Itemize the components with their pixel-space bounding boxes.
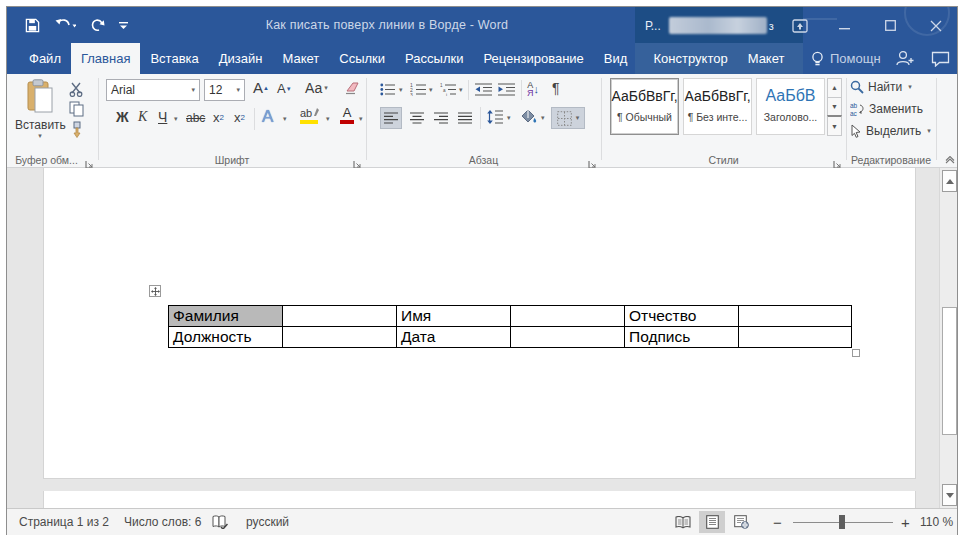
find-button[interactable]: Найти▾ <box>850 80 912 94</box>
text-effects-button[interactable]: А <box>262 107 273 127</box>
table-cell-date[interactable]: Дата <box>397 327 511 348</box>
borders-button[interactable]: ▾ <box>551 107 585 129</box>
table-cell-surname[interactable]: Фамилия <box>169 306 283 327</box>
zoom-in-button[interactable]: + <box>901 509 910 535</box>
replace-button[interactable]: abac Заменить <box>850 102 923 116</box>
align-right-button[interactable] <box>430 107 452 129</box>
read-mode-button[interactable] <box>670 511 696 533</box>
table-cell-empty[interactable] <box>511 306 625 327</box>
table-move-handle[interactable] <box>149 285 161 297</box>
tab-file[interactable]: Файл <box>19 43 71 74</box>
align-center-button[interactable] <box>406 107 428 129</box>
shrink-font-button[interactable]: А▼ <box>277 81 292 96</box>
redo-icon[interactable] <box>90 18 105 32</box>
zoom-out-button[interactable]: − <box>773 509 782 535</box>
share-person-icon[interactable] <box>895 49 915 71</box>
subscript-button[interactable]: х2 <box>213 110 224 125</box>
word-count[interactable]: Число слов: 6 <box>124 509 201 535</box>
show-marks-button[interactable]: ¶ <box>552 80 560 96</box>
tab-references[interactable]: Ссылки <box>329 43 395 74</box>
collapse-ribbon-button[interactable] <box>945 150 955 168</box>
tell-me-label[interactable]: Помощн <box>830 51 881 66</box>
scrollbar-thumb[interactable] <box>942 307 957 435</box>
zoom-slider-thumb[interactable] <box>839 515 845 529</box>
scrollbar-up-button[interactable] <box>942 170 957 192</box>
zoom-slider[interactable] <box>793 509 893 535</box>
table-cell-empty[interactable] <box>283 327 397 348</box>
underline-dropdown-arrow[interactable]: ▾ <box>174 115 178 123</box>
style-card-heading1[interactable]: АаБбВ Заголово... <box>756 78 825 135</box>
select-button[interactable]: Выделить▾ <box>850 124 931 138</box>
tab-review[interactable]: Рецензирование <box>473 43 593 74</box>
bullets-dropdown-arrow[interactable]: ▾ <box>399 86 403 94</box>
save-icon[interactable] <box>25 18 40 33</box>
line-spacing-button[interactable] <box>487 110 503 128</box>
minimize-button[interactable] <box>825 7 863 44</box>
multilevel-dropdown-arrow[interactable]: ▾ <box>459 86 463 94</box>
table-cell-empty[interactable] <box>739 306 852 327</box>
scrollbar-down-button[interactable] <box>942 484 957 506</box>
paragraph-dialog-launcher[interactable] <box>588 155 598 165</box>
text-effects-dropdown-arrow[interactable]: ▾ <box>283 115 287 123</box>
proofing-icon[interactable] <box>212 509 228 535</box>
tab-mailings[interactable]: Рассылки <box>395 43 473 74</box>
tab-design[interactable]: Дизайн <box>209 43 273 74</box>
font-size-combo[interactable]: 12▾ <box>204 79 245 101</box>
tab-home[interactable]: Главная <box>71 43 140 74</box>
justify-button[interactable] <box>454 107 476 129</box>
format-painter-button[interactable] <box>69 121 85 142</box>
highlight-dropdown-arrow[interactable]: ▾ <box>326 115 330 123</box>
tab-view[interactable]: Вид <box>594 43 638 74</box>
zoom-level[interactable]: 110 % <box>920 509 953 535</box>
decrease-indent-button[interactable] <box>475 82 492 100</box>
superscript-button[interactable]: х2 <box>234 110 245 125</box>
web-layout-button[interactable] <box>728 511 754 533</box>
increase-indent-button[interactable] <box>498 82 515 100</box>
table-cell-signature[interactable]: Подпись <box>625 327 739 348</box>
style-card-normal[interactable]: АаБбВвГг, ¶ Обычный <box>610 78 679 135</box>
ribbon-display-options-button[interactable] <box>783 7 817 44</box>
sort-button[interactable]: АЯ↓ <box>527 81 539 97</box>
italic-button[interactable]: К <box>138 109 147 125</box>
tab-table-design[interactable]: Конструктор <box>644 43 738 74</box>
styles-scroll-down-button[interactable]: ▼ <box>827 97 842 117</box>
underline-button[interactable]: Ч <box>158 109 167 125</box>
print-layout-button[interactable] <box>699 511 725 533</box>
multilevel-list-button[interactable]: 1ai <box>440 82 456 100</box>
qat-customize-icon[interactable] <box>119 21 128 30</box>
table-cell-empty[interactable] <box>739 327 852 348</box>
font-dialog-launcher[interactable] <box>353 155 363 165</box>
page-indicator[interactable]: Страница 1 из 2 <box>19 509 109 535</box>
shading-button[interactable] <box>519 109 537 129</box>
tab-layout[interactable]: Макет <box>272 43 329 74</box>
strikethrough-button[interactable]: abc <box>186 111 205 125</box>
change-case-button[interactable]: Аа▾ <box>305 80 328 96</box>
comment-icon[interactable] <box>931 51 950 71</box>
clear-formatting-button[interactable] <box>345 80 362 99</box>
paste-button[interactable]: Вставить ▾ <box>15 79 65 140</box>
maximize-button[interactable] <box>871 7 909 44</box>
language-indicator[interactable]: русский <box>246 509 289 535</box>
table-cell-empty[interactable] <box>511 327 625 348</box>
numbering-button[interactable]: 123 <box>410 82 426 100</box>
style-card-no-spacing[interactable]: АаБбВвГг, ¶ Без инте... <box>683 78 752 135</box>
tab-table-layout[interactable]: Макет <box>738 43 795 74</box>
undo-icon[interactable] <box>54 18 76 32</box>
table-cell-firstname[interactable]: Имя <box>397 306 511 327</box>
bold-button[interactable]: Ж <box>116 109 129 125</box>
table-resize-handle[interactable] <box>852 349 860 357</box>
copy-button[interactable] <box>69 101 85 121</box>
styles-more-button[interactable]: ▼ <box>827 115 842 136</box>
shading-dropdown-arrow[interactable]: ▾ <box>541 114 545 122</box>
table-cell-position[interactable]: Должность <box>169 327 283 348</box>
font-name-combo[interactable]: Arial▾ <box>106 79 200 101</box>
tab-insert[interactable]: Вставка <box>140 43 208 74</box>
font-color-dropdown-arrow[interactable]: ▾ <box>359 115 363 123</box>
document-page-2-top[interactable] <box>43 491 916 508</box>
line-spacing-dropdown-arrow[interactable]: ▾ <box>507 114 511 122</box>
grow-font-button[interactable]: А▲ <box>253 79 269 96</box>
styles-scroll-up-button[interactable]: ▲ <box>827 78 842 98</box>
numbering-dropdown-arrow[interactable]: ▾ <box>429 86 433 94</box>
align-left-button[interactable] <box>380 107 402 129</box>
close-button[interactable] <box>917 7 955 44</box>
